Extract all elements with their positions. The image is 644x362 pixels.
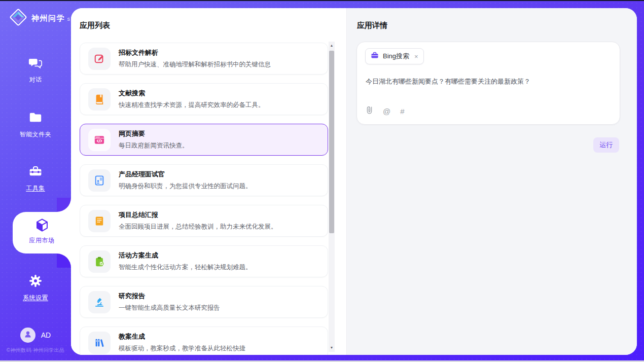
tool-chip-bing-search[interactable]: Bing搜索 × [365,48,424,64]
sidebar-item-label: 对话 [0,76,71,84]
app-window: 神州问学 Smart Vision 对话 智能文件夹 [0,0,644,362]
sidebar-item-label: 系统设置 [0,294,71,302]
app-card-title: 活动方案生成 [119,251,252,260]
microscope-icon [88,291,111,313]
run-button[interactable]: 运行 [593,137,619,153]
app-card-desc: 模板驱动，教案秒成，教学准备从此轻松快捷 [119,344,245,353]
sidebar-item-label: 应用市场 [13,236,71,245]
close-icon[interactable]: × [414,53,418,60]
app-card-bid-document-parsing[interactable]: 招标文件解析 帮助用户快速、准确地理解和解析招标书中的关键信息 [80,43,328,75]
books-icon [88,332,111,354]
clipboard-check-icon [88,250,111,273]
user-name: AD [41,331,51,339]
app-card-title: 文献搜索 [119,89,265,98]
app-list-title: 应用列表 [80,21,110,30]
scrollbar-down-arrow[interactable]: ▼ [329,345,335,351]
app-list: 招标文件解析 帮助用户快速、准确地理解和解析招标书中的关键信息 文献搜索 [80,43,328,355]
app-card-title: 教案生成 [119,332,245,341]
folder-icon [28,118,43,126]
app-card-research-report[interactable]: 研究报告 一键智能生成高质量长文本研究报告 [80,286,328,318]
note-icon [88,210,111,232]
user-account[interactable]: AD [0,328,71,343]
attachment-toolbar: @ # [366,106,405,117]
app-card-desc: 明确身份和职责，为您提供专业性的面试问题。 [119,182,252,191]
app-detail-section: 应用详情 Bing搜索 × 今日湖北有哪些新闻要点？有哪些需要关注的最新政策？ [346,8,637,355]
diamond-logo-icon [9,8,27,28]
app-card-literature-search[interactable]: 文献搜索 快速精准查找学术资源，提高研究效率的必备工具。 [80,83,328,115]
app-card-desc: 一键智能生成高质量长文本研究报告 [119,304,220,312]
app-card-pm-interviewer[interactable]: 产品经理面试官 明确身份和职责，为您提供专业性的面试问题。 [80,164,328,196]
sidebar-item-settings[interactable]: 系统设置 [0,274,71,302]
at-icon[interactable]: @ [383,107,390,116]
app-card-title: 项目总结汇报 [119,210,277,220]
paperclip-icon[interactable] [366,106,373,117]
sidebar-item-app-market[interactable]: 应用市场 [13,212,71,254]
content-panel: 应用列表 招标文件解析 帮助用户快速、准确地理解和解析招标书中的关键信息 [71,8,637,355]
sidebar-item-toolset[interactable]: 工具集 [0,164,71,193]
app-card-desc: 全面回顾项目进展，总结经验教训，助力未来优化发展。 [119,223,277,231]
query-input[interactable]: 今日湖北有哪些新闻要点？有哪些需要关注的最新政策？ [366,77,612,87]
edit-document-icon [88,48,111,70]
app-card-desc: 智能生成个性化活动方案，轻松解决规划难题。 [119,263,252,272]
cube-icon [34,226,50,234]
hash-icon[interactable]: # [400,107,404,116]
browser-code-icon [88,129,111,151]
resume-person-icon [88,169,111,192]
active-tab-curve-top [57,198,71,212]
app-card-lesson-plan[interactable]: 教案生成 模板驱动，教案秒成，教学准备从此轻松快捷 [80,327,328,355]
app-detail-title: 应用详情 [357,21,387,30]
gear-icon [28,281,43,289]
scrollbar-thumb[interactable] [329,51,334,233]
app-list-section: 应用列表 招标文件解析 帮助用户快速、准确地理解和解析招标书中的关键信息 [71,8,346,355]
list-scrollbar[interactable]: ▲ ▼ [329,42,335,352]
sidebar-item-smart-folder[interactable]: 智能文件夹 [0,111,71,139]
sidebar-item-label: 智能文件夹 [0,130,71,139]
toolbox-icon [28,171,43,180]
app-card-title: 网页摘要 [119,129,189,138]
app-card-event-plan[interactable]: 活动方案生成 智能生成个性化活动方案，轻松解决规划难题。 [80,245,328,277]
sidebar-item-chat[interactable]: 对话 [0,56,71,84]
chat-icon [28,63,43,71]
copyright-text: ©神州数码·神州问学出品 [0,347,71,354]
book-icon [88,88,111,111]
avatar [20,328,35,343]
sidebar-item-label: 工具集 [0,184,71,193]
app-card-web-summary[interactable]: 网页摘要 每日政府新闻资讯快查。 [80,124,328,156]
person-icon [23,330,32,341]
tool-chip-label: Bing搜索 [383,52,409,61]
app-card-desc: 帮助用户快速、准确地理解和解析招标书中的关键信息 [119,60,271,69]
active-tab-curve-bottom [57,254,71,268]
app-card-title: 招标文件解析 [119,48,271,57]
scrollbar-up-arrow[interactable]: ▲ [329,43,335,49]
app-card-title: 研究报告 [119,292,220,301]
app-card-title: 产品经理面试官 [119,170,252,179]
app-card-desc: 快速精准查找学术资源，提高研究效率的必备工具。 [119,101,265,110]
app-card-desc: 每日政府新闻资讯快查。 [119,141,189,150]
app-card-project-summary[interactable]: 项目总结汇报 全面回顾项目进展，总结经验教训，助力未来优化发展。 [80,205,328,237]
query-card[interactable]: Bing搜索 × 今日湖北有哪些新闻要点？有哪些需要关注的最新政策？ @ # [356,42,620,125]
briefcase-icon [371,51,379,61]
brand-name: 神州问学 [31,14,65,22]
